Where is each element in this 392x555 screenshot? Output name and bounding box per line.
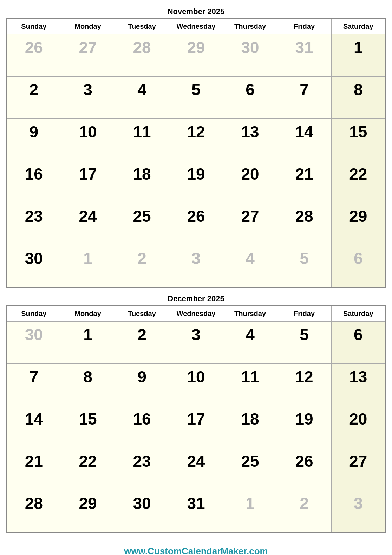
col-header-monday: Monday bbox=[61, 306, 115, 322]
footer-link: www.CustomCalendarMaker.com bbox=[124, 546, 268, 555]
calendar-day: 28 bbox=[7, 490, 61, 532]
calendar-day: 9 bbox=[115, 363, 169, 406]
calendar-day: 1 bbox=[61, 321, 115, 363]
calendar-day: 20 bbox=[223, 161, 277, 203]
calendar-day: 24 bbox=[61, 203, 115, 245]
calendar-day: 14 bbox=[277, 119, 331, 161]
calendar-day: 6 bbox=[331, 321, 385, 363]
calendar-day: 26 bbox=[169, 203, 223, 245]
calendar-day: 21 bbox=[7, 448, 61, 490]
calendar-day: 8 bbox=[61, 363, 115, 406]
calendar-day: 15 bbox=[331, 119, 385, 161]
calendar-day: 5 bbox=[169, 77, 223, 119]
calendar-day: 29 bbox=[169, 34, 223, 77]
calendar-day: 2 bbox=[277, 490, 331, 532]
calendar-day: 1 bbox=[223, 490, 277, 532]
calendar-day: 18 bbox=[223, 406, 277, 448]
calendar-day: 25 bbox=[223, 448, 277, 490]
calendar-day: 3 bbox=[61, 77, 115, 119]
calendar-day: 30 bbox=[7, 245, 61, 288]
calendar-day: 7 bbox=[277, 77, 331, 119]
col-header-friday: Friday bbox=[277, 19, 331, 34]
calendar-day: 4 bbox=[223, 321, 277, 363]
calendar-day: 25 bbox=[115, 203, 169, 245]
calendar-day: 6 bbox=[331, 245, 385, 288]
calendar-day: 2 bbox=[115, 245, 169, 288]
calendar-day: 21 bbox=[277, 161, 331, 203]
calendar-day: 6 bbox=[223, 77, 277, 119]
calendar-day: 1 bbox=[331, 34, 385, 77]
col-header-tuesday: Tuesday bbox=[115, 19, 169, 34]
col-header-wednesday: Wednesday bbox=[169, 306, 223, 322]
calendar-day: 2 bbox=[115, 321, 169, 363]
calendar-day: 3 bbox=[169, 245, 223, 288]
calendar-day: 27 bbox=[331, 448, 385, 490]
calendar-day: 15 bbox=[61, 406, 115, 448]
calendar-day: 29 bbox=[61, 490, 115, 532]
calendar-day: 16 bbox=[7, 161, 61, 203]
calendar-day: 31 bbox=[169, 490, 223, 532]
calendar-day: 1 bbox=[61, 245, 115, 288]
col-header-tuesday: Tuesday bbox=[115, 306, 169, 322]
calendar-day: 4 bbox=[223, 245, 277, 288]
calendar-day: 26 bbox=[7, 34, 61, 77]
calendar-day: 30 bbox=[223, 34, 277, 77]
calendar-day: 17 bbox=[61, 161, 115, 203]
calendar-day: 20 bbox=[331, 406, 385, 448]
calendar-day: 24 bbox=[169, 448, 223, 490]
calendar-day: 22 bbox=[61, 448, 115, 490]
calendar-day: 5 bbox=[277, 321, 331, 363]
calendar-day: 19 bbox=[277, 406, 331, 448]
calendar-day: 16 bbox=[115, 406, 169, 448]
calendar-day: 17 bbox=[169, 406, 223, 448]
calendar-day: 10 bbox=[169, 363, 223, 406]
col-header-sunday: Sunday bbox=[7, 19, 61, 34]
november-title: November 2025 bbox=[6, 7, 386, 16]
calendar-day: 12 bbox=[277, 363, 331, 406]
col-header-thursday: Thursday bbox=[223, 19, 277, 34]
calendar-day: 30 bbox=[115, 490, 169, 532]
calendar-day: 2 bbox=[7, 77, 61, 119]
calendar-day: 3 bbox=[331, 490, 385, 532]
november-calendar: November 2025 SundayMondayTuesdayWednesd… bbox=[6, 7, 386, 288]
calendar-day: 27 bbox=[61, 34, 115, 77]
calendar-day: 23 bbox=[115, 448, 169, 490]
col-header-thursday: Thursday bbox=[223, 306, 277, 322]
calendar-day: 29 bbox=[331, 203, 385, 245]
col-header-friday: Friday bbox=[277, 306, 331, 322]
calendar-day: 22 bbox=[331, 161, 385, 203]
calendar-day: 12 bbox=[169, 119, 223, 161]
calendar-day: 13 bbox=[331, 363, 385, 406]
calendar-day: 31 bbox=[277, 34, 331, 77]
december-title: December 2025 bbox=[6, 294, 386, 303]
calendar-day: 4 bbox=[115, 77, 169, 119]
calendar-day: 13 bbox=[223, 119, 277, 161]
calendar-day: 8 bbox=[331, 77, 385, 119]
col-header-monday: Monday bbox=[61, 19, 115, 34]
calendar-day: 26 bbox=[277, 448, 331, 490]
calendar-day: 10 bbox=[61, 119, 115, 161]
col-header-sunday: Sunday bbox=[7, 306, 61, 322]
december-table: SundayMondayTuesdayWednesdayThursdayFrid… bbox=[6, 305, 386, 533]
col-header-saturday: Saturday bbox=[331, 19, 385, 34]
col-header-wednesday: Wednesday bbox=[169, 19, 223, 34]
calendar-day: 11 bbox=[223, 363, 277, 406]
calendar-day: 28 bbox=[115, 34, 169, 77]
calendar-day: 28 bbox=[277, 203, 331, 245]
november-table: SundayMondayTuesdayWednesdayThursdayFrid… bbox=[6, 18, 386, 288]
calendar-day: 9 bbox=[7, 119, 61, 161]
calendar-day: 30 bbox=[7, 321, 61, 363]
calendar-day: 27 bbox=[223, 203, 277, 245]
calendar-day: 11 bbox=[115, 119, 169, 161]
calendar-day: 14 bbox=[7, 406, 61, 448]
calendar-day: 23 bbox=[7, 203, 61, 245]
calendar-day: 3 bbox=[169, 321, 223, 363]
calendar-day: 18 bbox=[115, 161, 169, 203]
col-header-saturday: Saturday bbox=[331, 306, 385, 322]
calendar-day: 5 bbox=[277, 245, 331, 288]
calendar-day: 19 bbox=[169, 161, 223, 203]
calendar-day: 7 bbox=[7, 363, 61, 406]
december-calendar: December 2025 SundayMondayTuesdayWednesd… bbox=[6, 294, 386, 533]
